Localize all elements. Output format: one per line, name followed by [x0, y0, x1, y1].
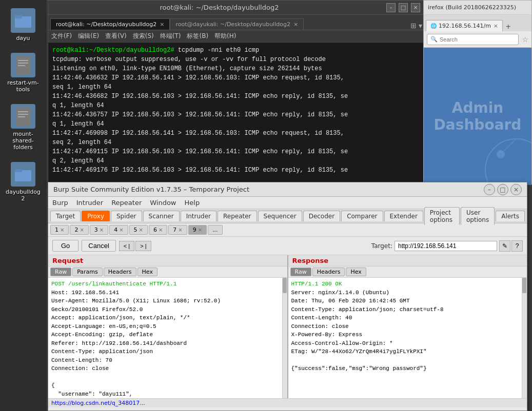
- num-tab-6[interactable]: 6×: [149, 225, 167, 235]
- request-tab-raw[interactable]: Raw: [50, 268, 71, 276]
- terminal-tab-2[interactable]: root@dayukali: ~/Desktop/dayubulldog2 ×: [170, 18, 304, 30]
- burp-tab-comparer[interactable]: Comparer: [341, 211, 383, 221]
- menu-search[interactable]: 搜索(S): [133, 32, 154, 40]
- num-tab-7[interactable]: 7×: [168, 225, 187, 235]
- terminal-minimize-btn[interactable]: –: [386, 3, 396, 12]
- request-panel-header: Request: [48, 255, 287, 266]
- response-tab-hex[interactable]: Hex: [346, 268, 366, 276]
- num-tab-9-close[interactable]: ×: [198, 227, 202, 233]
- num-tab-6-close[interactable]: ×: [159, 227, 163, 233]
- burp-menu-intruder[interactable]: Intruder: [76, 199, 103, 207]
- desktop-icon-dayu[interactable]: dayu: [3, 5, 44, 45]
- terminal-tab-2-close[interactable]: ×: [293, 21, 298, 28]
- burp-close-btn[interactable]: ×: [510, 184, 522, 195]
- burp-target-help-btn[interactable]: ?: [511, 240, 523, 252]
- menu-terminal[interactable]: 终端(T): [160, 32, 181, 40]
- menu-view[interactable]: 查看(V): [105, 32, 127, 40]
- burp-tab-target[interactable]: Target: [50, 211, 81, 221]
- num-tab-more[interactable]: ...: [208, 225, 223, 235]
- firefox-tab[interactable]: 🌐 192.168.56.141/m... ×: [426, 20, 503, 31]
- burp-menu-help[interactable]: Help: [185, 199, 200, 207]
- num-tab-5[interactable]: 5×: [129, 225, 148, 235]
- num-tab-2[interactable]: 2×: [70, 225, 88, 235]
- burp-tab-alerts[interactable]: Alerts: [496, 211, 525, 221]
- terminal-icon-2[interactable]: ▾: [419, 22, 422, 30]
- num-tab-9[interactable]: 9×: [188, 225, 207, 235]
- response-scrollbar[interactable]: [522, 278, 527, 398]
- firefox-title: irefox (Build 20180626223325): [428, 4, 516, 11]
- burp-menu-window[interactable]: Window: [150, 199, 176, 207]
- burp-menu-repeater[interactable]: Repeater: [111, 199, 142, 207]
- burp-maximize-btn[interactable]: □: [497, 184, 508, 195]
- terminal-line-4: seq 1, length 64: [52, 84, 111, 91]
- num-tab-3[interactable]: 3×: [90, 225, 108, 235]
- request-tab-params[interactable]: Params: [72, 268, 103, 276]
- desktop-icon-dayubulldog[interactable]: dayubulldog 2: [3, 159, 44, 205]
- burp-tab-user-options[interactable]: User options: [461, 207, 495, 225]
- num-tab-4[interactable]: 4×: [109, 225, 128, 235]
- request-scrollthumb[interactable]: [283, 278, 287, 293]
- terminal-line-5: 11:42:46.436682 IP 192.168.56.103 > 192.…: [52, 93, 348, 100]
- terminal-tab-1-close[interactable]: ×: [160, 21, 164, 28]
- request-panel-content[interactable]: POST /users/linkauthenticate HTTP/1.1 Ho…: [48, 278, 287, 398]
- burp-cancel-button[interactable]: Cancel: [82, 240, 115, 252]
- burp-minimize-btn[interactable]: –: [484, 184, 495, 195]
- num-tab-1[interactable]: 1×: [50, 225, 69, 235]
- firefox-search-bar[interactable]: 🔍: [427, 34, 519, 45]
- menu-edit[interactable]: 编辑(E): [78, 32, 99, 40]
- burp-tab-extender[interactable]: Extender: [384, 211, 423, 221]
- terminal-line-13: 11:42:47.469176 IP 192.168.56.103 > 192.…: [52, 167, 348, 174]
- num-tab-1-close[interactable]: ×: [60, 227, 64, 233]
- burp-prev-btn[interactable]: < |: [119, 241, 134, 251]
- burp-menu-burp[interactable]: Burp: [52, 199, 68, 207]
- request-tab-headers[interactable]: Headers: [104, 268, 136, 276]
- burp-tab-repeater[interactable]: Repeater: [218, 211, 257, 221]
- menu-help[interactable]: 帮助(H): [214, 32, 236, 40]
- response-scrollthumb[interactable]: [522, 278, 526, 293]
- burp-tab-intruder[interactable]: Intruder: [181, 211, 216, 221]
- desktop-icon-restart-vm[interactable]: restart-vm-tools: [3, 50, 44, 96]
- terminal-maximize-btn[interactable]: □: [399, 3, 408, 12]
- burp-tab-scanner[interactable]: Scanner: [143, 211, 180, 221]
- menu-tabs[interactable]: 标签(B): [187, 32, 208, 40]
- response-line-1: HTTP/1.1 200 OK: [291, 281, 342, 287]
- burp-go-button[interactable]: Go: [52, 240, 78, 252]
- terminal-close-btn[interactable]: ×: [411, 3, 420, 12]
- burp-tab-project-options[interactable]: Project options: [424, 207, 460, 225]
- terminal-icon-1[interactable]: ⊞: [410, 22, 417, 30]
- burp-target-input[interactable]: [395, 241, 497, 251]
- desktop: dayu restart-vm-tools mount-shared-folde…: [0, 0, 46, 411]
- terminal-tab-1[interactable]: root@kali: ~/Desktop/dayubulldog2 ×: [50, 18, 170, 30]
- response-tab-raw[interactable]: Raw: [290, 268, 311, 276]
- num-tab-5-close[interactable]: ×: [139, 227, 143, 233]
- request-line-13: "username": "dayu111",: [51, 391, 132, 397]
- firefox-window: irefox (Build 20180626223325) 🌐 192.168.…: [423, 0, 532, 184]
- terminal-line-12: q 2, length 64: [52, 157, 104, 165]
- menu-file[interactable]: 文件(F): [51, 32, 72, 40]
- response-panel-content[interactable]: HTTP/1.1 200 OK Server: nginx/1.14.0 (Ub…: [288, 278, 527, 398]
- num-tab-2-close[interactable]: ×: [80, 227, 84, 233]
- ff-tab-close[interactable]: ×: [494, 23, 498, 29]
- burp-target-edit-btn[interactable]: ✎: [499, 240, 510, 252]
- num-tab-7-close[interactable]: ×: [178, 227, 182, 233]
- ff-bookmark-icon[interactable]: ☆: [522, 35, 528, 44]
- ff-tab-add-btn[interactable]: +: [503, 22, 514, 31]
- request-tab-hex[interactable]: Hex: [137, 268, 157, 276]
- burp-tab-decoder[interactable]: Decoder: [303, 211, 341, 221]
- firefox-search-input[interactable]: [440, 36, 515, 43]
- terminal-line-1: tcpdump: verbose output suppressed, use …: [52, 56, 326, 63]
- desktop-icon-dayu-label: dayu: [16, 35, 30, 42]
- burp-tab-sequencer[interactable]: Sequencer: [258, 211, 302, 221]
- request-line-11: Connection: close: [51, 365, 109, 372]
- svg-point-12: [485, 139, 531, 185]
- firefox-titlebar: irefox (Build 20180626223325): [424, 1, 531, 15]
- response-line-6: Connection: close: [291, 323, 349, 330]
- num-tab-4-close[interactable]: ×: [119, 227, 123, 233]
- desktop-icon-mount[interactable]: mount-shared-folders: [3, 101, 44, 154]
- burp-tab-spider[interactable]: Spider: [111, 211, 142, 221]
- request-scrollbar[interactable]: [282, 278, 287, 398]
- burp-tab-proxy[interactable]: Proxy: [82, 211, 110, 221]
- num-tab-3-close[interactable]: ×: [100, 227, 104, 233]
- burp-next-btn[interactable]: > |: [135, 241, 151, 251]
- response-tab-headers[interactable]: Headers: [312, 268, 345, 276]
